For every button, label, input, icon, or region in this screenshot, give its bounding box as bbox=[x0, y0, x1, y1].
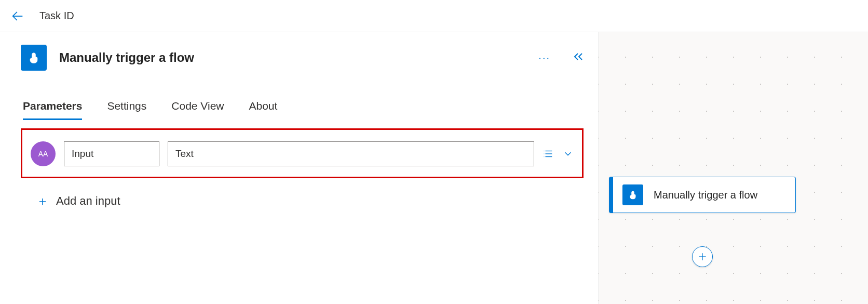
more-options-button[interactable]: ··· bbox=[538, 52, 550, 64]
tap-icon bbox=[26, 50, 41, 65]
add-step-button[interactable] bbox=[692, 246, 713, 267]
flow-card-icon-badge bbox=[622, 184, 643, 205]
back-button[interactable] bbox=[10, 9, 25, 23]
list-options-icon[interactable] bbox=[542, 148, 554, 160]
text-type-icon: AA bbox=[38, 150, 48, 158]
trigger-header: Manually trigger a flow ··· bbox=[21, 45, 584, 71]
tab-code-view[interactable]: Code View bbox=[171, 100, 224, 120]
top-header: Task ID bbox=[0, 0, 868, 32]
page-title: Task ID bbox=[39, 10, 74, 22]
tap-icon bbox=[627, 189, 639, 201]
flow-card-label: Manually trigger a flow bbox=[654, 188, 757, 202]
trigger-title: Manually trigger a flow bbox=[59, 50, 194, 65]
tab-bar: Parameters Settings Code View About bbox=[21, 100, 584, 120]
chevron-down-icon[interactable] bbox=[562, 148, 574, 160]
parameters-highlight: AA bbox=[21, 128, 584, 178]
trigger-icon-badge bbox=[21, 45, 47, 71]
text-type-badge: AA bbox=[31, 141, 56, 166]
input-row: AA bbox=[31, 141, 574, 166]
input-value-field[interactable] bbox=[168, 141, 534, 166]
collapse-panel-button[interactable] bbox=[571, 50, 584, 65]
plus-icon bbox=[697, 252, 708, 262]
main-container: Manually trigger a flow ··· Parameters S… bbox=[0, 32, 868, 304]
trigger-actions: ··· bbox=[538, 50, 584, 65]
canvas-grid bbox=[599, 32, 868, 304]
flow-canvas[interactable]: Manually trigger a flow bbox=[598, 32, 868, 304]
tab-settings[interactable]: Settings bbox=[107, 100, 146, 120]
tab-parameters[interactable]: Parameters bbox=[23, 100, 82, 120]
flow-trigger-card[interactable]: Manually trigger a flow bbox=[609, 177, 796, 213]
config-panel: Manually trigger a flow ··· Parameters S… bbox=[0, 32, 598, 304]
plus-icon: ＋ bbox=[36, 193, 49, 209]
add-input-label: Add an input bbox=[56, 194, 120, 208]
add-input-button[interactable]: ＋ Add an input bbox=[21, 193, 584, 209]
input-name-field[interactable] bbox=[64, 141, 159, 166]
tab-about[interactable]: About bbox=[249, 100, 278, 120]
